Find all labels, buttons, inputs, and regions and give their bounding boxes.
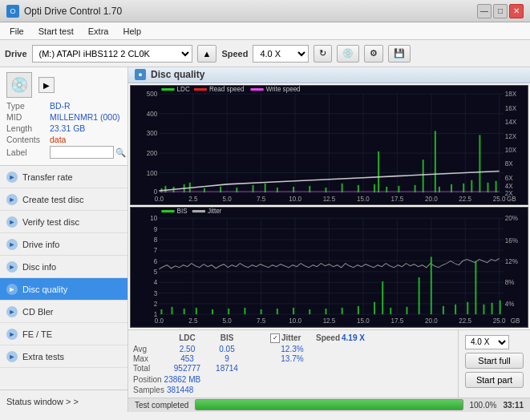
disc-panel-header: 💿 ▶: [6, 72, 121, 98]
total-ldc: 952777: [165, 364, 209, 373]
start-full-button[interactable]: Start full: [465, 353, 524, 369]
svg-text:22.5: 22.5: [459, 196, 471, 203]
jitter-checkbox[interactable]: ✓: [270, 333, 280, 343]
svg-text:22.5: 22.5: [459, 318, 471, 325]
stats-header-row: LDC BIS ✓ Jitter Speed 4.19 X: [133, 333, 453, 343]
svg-rect-61: [378, 151, 379, 192]
menu-bar: File Start test Extra Help: [0, 22, 530, 40]
stats-table-area: LDC BIS ✓ Jitter Speed 4.19 X Avg 2.50: [128, 330, 458, 398]
sidebar: 💿 ▶ Type BD-R MID MILLENMR1 (000) Length…: [0, 67, 128, 412]
length-label: Length: [6, 123, 50, 133]
svg-text:4X: 4X: [505, 183, 513, 190]
stats-avg-row: Avg 2.50 0.05 12.3%: [133, 345, 453, 353]
svg-rect-133: [228, 309, 229, 314]
sidebar-item-create-test-disc[interactable]: ► Create test disc: [0, 188, 127, 211]
avg-bis: 0.05: [211, 345, 243, 353]
menu-help[interactable]: Help: [116, 25, 148, 38]
test-speed-select[interactable]: 4.0 X: [465, 335, 509, 349]
svg-text:3: 3: [154, 290, 158, 297]
sidebar-item-cd-bler[interactable]: ► CD Bler: [0, 301, 127, 323]
speed-select[interactable]: 4.0 X: [253, 45, 309, 63]
title-bar-left: O Opti Drive Control 1.70: [6, 5, 122, 18]
sidebar-item-disc-quality[interactable]: ► Disc quality: [0, 278, 127, 301]
sidebar-item-label: CD Bler: [22, 307, 54, 317]
svg-text:200: 200: [147, 150, 158, 157]
svg-text:12.5: 12.5: [323, 196, 336, 203]
svg-text:6: 6: [154, 258, 158, 265]
sidebar-item-label: Create test disc: [22, 195, 83, 204]
svg-rect-69: [463, 184, 464, 192]
svg-rect-141: [358, 306, 359, 314]
content-header-icon: ●: [135, 69, 146, 80]
svg-text:5.0: 5.0: [223, 196, 233, 203]
svg-text:16%: 16%: [505, 237, 518, 244]
content-area: ● Disc quality: [128, 67, 530, 412]
disc-label-label: Label: [6, 147, 50, 157]
start-part-button[interactable]: Start part: [465, 372, 524, 388]
chart1-svg: 500 400 300 200 100 0 18X 16X 14X 12X: [131, 86, 528, 204]
svg-text:LDC: LDC: [177, 86, 190, 93]
sidebar-item-disc-info[interactable]: ► Disc info: [0, 256, 127, 278]
max-label: Max: [133, 354, 164, 363]
disc-label-row: Label 🔍: [6, 146, 121, 159]
sidebar-item-extra-tests[interactable]: ► Extra tests: [0, 345, 127, 368]
samples-row: Samples 381448: [133, 386, 193, 394]
extra-tests-icon: ►: [6, 351, 18, 362]
drive-select[interactable]: (M:) ATAPI iHBS112 2 CL0K: [32, 45, 192, 63]
position-row: Position 23862 MB: [133, 375, 200, 384]
sidebar-item-verify-test-disc[interactable]: ► Verify test disc: [0, 211, 127, 233]
sidebar-item-label: Disc info: [22, 262, 56, 272]
sidebar-item-label: FE / TE: [22, 329, 52, 339]
svg-text:20.0: 20.0: [425, 196, 438, 203]
mid-value: MILLENMR1 (000): [50, 112, 120, 122]
svg-text:Write speed: Write speed: [266, 86, 301, 93]
svg-text:15.0: 15.0: [357, 318, 370, 325]
menu-extra[interactable]: Extra: [82, 25, 115, 38]
disc-info-panel: 💿 ▶ Type BD-R MID MILLENMR1 (000) Length…: [0, 67, 127, 166]
svg-rect-129: [172, 307, 173, 314]
content-header: ● Disc quality: [128, 67, 530, 83]
svg-text:10.0: 10.0: [289, 318, 301, 325]
progress-bar: [195, 399, 463, 410]
minimize-button[interactable]: —: [477, 4, 492, 18]
svg-rect-74: [161, 88, 174, 91]
sidebar-item-label: Disc quality: [22, 285, 67, 294]
status-window-button[interactable]: Status window > >: [0, 390, 127, 412]
settings-button[interactable]: ⚙: [364, 45, 383, 63]
label-input[interactable]: [50, 146, 114, 159]
contents-value: data: [50, 135, 66, 144]
svg-rect-132: [212, 309, 213, 314]
close-button[interactable]: ✕: [509, 4, 524, 18]
svg-rect-78: [251, 88, 264, 91]
sidebar-item-drive-info[interactable]: ► Drive info: [0, 233, 127, 256]
svg-rect-66: [435, 131, 436, 192]
stats-bottom-section: LDC BIS ✓ Jitter Speed 4.19 X Avg 2.50: [128, 329, 530, 398]
drive-label: Drive: [5, 49, 27, 59]
svg-rect-76: [194, 88, 207, 91]
svg-text:4: 4: [154, 279, 158, 286]
svg-text:7: 7: [154, 248, 158, 255]
charts-wrapper: 500 400 300 200 100 0 18X 16X 14X 12X: [128, 83, 530, 329]
eject-button[interactable]: ▲: [197, 45, 217, 63]
label-accept-button[interactable]: 🔍: [115, 147, 126, 158]
samples-area: Samples 381448: [133, 386, 453, 394]
burn-button[interactable]: 💿: [337, 45, 359, 63]
svg-text:6X: 6X: [505, 174, 513, 181]
svg-text:8: 8: [154, 236, 158, 244]
sidebar-item-transfer-rate[interactable]: ► Transfer rate: [0, 166, 127, 188]
fe-te-icon: ►: [6, 329, 18, 340]
title-controls: — □ ✕: [477, 4, 524, 18]
svg-text:9: 9: [154, 226, 158, 233]
svg-rect-152: [483, 305, 484, 314]
menu-start-test[interactable]: Start test: [32, 25, 80, 38]
svg-text:0.0: 0.0: [155, 318, 164, 325]
svg-rect-65: [423, 160, 424, 192]
save-button[interactable]: 💾: [388, 45, 411, 63]
maximize-button[interactable]: □: [493, 4, 508, 18]
menu-file[interactable]: File: [3, 25, 30, 38]
total-jitter-empty: [270, 364, 314, 373]
sidebar-item-fe-te[interactable]: ► FE / TE: [0, 323, 127, 345]
disc-type-row: Type BD-R: [6, 101, 121, 111]
refresh-button[interactable]: ↻: [314, 45, 332, 63]
disc-mid-row: MID MILLENMR1 (000): [6, 112, 121, 122]
